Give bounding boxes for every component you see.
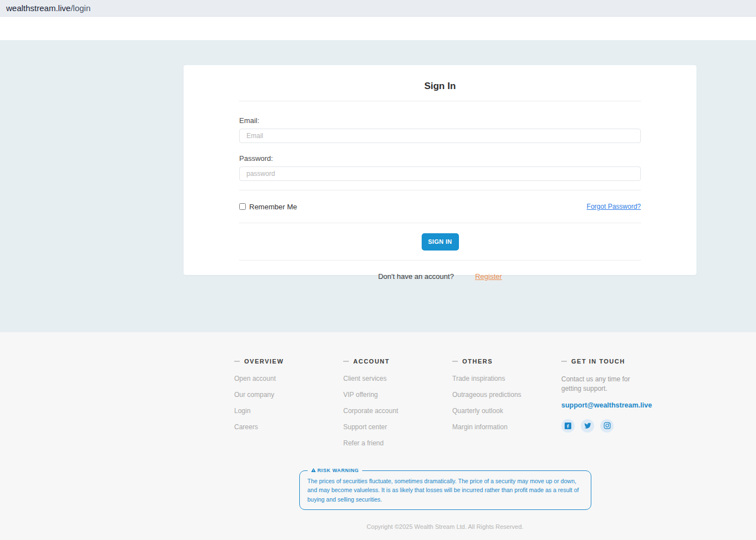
submit-row: SIGN IN [239,223,641,260]
risk-warning-text: The prices of securities fluctuate, some… [308,477,583,504]
password-label: Password: [239,154,641,163]
remember-me[interactable]: Remember Me [239,203,297,211]
footer-column-overview: OVERVIEWOpen accountOur companyLoginCare… [234,358,343,455]
copyright-text: Copyright ©2025 Wealth Stream Ltd. All R… [234,523,656,530]
risk-warning-title: RISK WARNING [318,468,359,473]
facebook-icon[interactable] [561,419,575,433]
remember-me-checkbox[interactable] [239,203,246,210]
footer: OVERVIEWOpen accountOur companyLoginCare… [0,332,756,540]
footer-heading-label: ACCOUNT [353,358,390,365]
signin-title: Sign In [239,81,641,92]
password-field[interactable] [239,166,641,181]
footer-heading-label: OVERVIEW [244,358,284,365]
forgot-password-link[interactable]: Forgot Password? [587,203,641,210]
email-label: Email: [239,116,641,125]
footer-link-trade-inspirations[interactable]: Trade inspirations [452,375,561,382]
main-area: Sign In Email: Password: Remember Me For… [0,40,756,332]
address-bar[interactable]: wealthstream.live/login [0,0,756,17]
risk-warning-legend: RISK WARNING [308,468,363,473]
contact-text: Contact us any time for getting support. [561,375,651,394]
footer-heading-label: GET IN TOUCH [571,358,625,365]
footer-link-support-center[interactable]: Support center [343,423,452,431]
warning-triangle-icon [311,468,316,473]
heading-dash-icon [452,361,458,362]
remember-row: Remember Me Forgot Password? [239,190,641,223]
no-account-text: Don't have an account? [378,272,454,281]
footer-link-outrageous-predictions[interactable]: Outrageous predictions [452,391,561,399]
footer-link-client-services[interactable]: Client services [343,375,452,382]
footer-link-vip-offering[interactable]: VIP offering [343,391,452,399]
social-links [561,419,656,433]
twitter-icon[interactable] [581,419,594,433]
url-path: /login [71,3,91,13]
footer-heading-account: ACCOUNT [343,358,452,365]
instagram-icon[interactable] [600,419,614,433]
footer-columns-row: OVERVIEWOpen accountOur companyLoginCare… [234,358,656,455]
footer-link-open-account[interactable]: Open account [234,375,343,382]
signin-card: Sign In Email: Password: Remember Me For… [184,65,696,275]
footer-inner: OVERVIEWOpen accountOur companyLoginCare… [234,358,656,530]
heading-dash-icon [234,361,240,362]
heading-dash-icon [561,361,567,362]
footer-heading-get-in-touch: GET IN TOUCH [561,358,656,365]
risk-warning-box: RISK WARNING The prices of securities fl… [299,468,591,510]
footer-column-others: OTHERSTrade inspirationsOutrageous predi… [452,358,561,455]
footer-link-margin-information[interactable]: Margin information [452,423,561,431]
divider [239,101,641,101]
register-row: Don't have an account? Register [239,261,641,292]
footer-link-careers[interactable]: Careers [234,423,343,431]
support-email-link[interactable]: support@wealthstream.live [561,401,652,409]
remember-me-label: Remember Me [249,203,297,211]
footer-link-our-company[interactable]: Our company [234,391,343,399]
footer-link-login[interactable]: Login [234,407,343,415]
sign-in-button[interactable]: SIGN IN [422,233,459,251]
heading-dash-icon [343,361,349,362]
footer-heading-overview: OVERVIEW [234,358,343,365]
footer-column-get-in-touch: GET IN TOUCH Contact us any time for get… [561,358,656,455]
footer-heading-label: OTHERS [462,358,493,365]
footer-link-quarterly-outlook[interactable]: Quarterly outlook [452,407,561,415]
email-field[interactable] [239,129,641,143]
footer-link-refer-a-friend[interactable]: Refer a friend [343,439,452,447]
footer-column-account: ACCOUNTClient servicesVIP offeringCorpor… [343,358,452,455]
page-header-strip [0,17,756,40]
register-link[interactable]: Register [475,272,502,281]
footer-heading-others: OTHERS [452,358,561,365]
footer-link-corporate-account[interactable]: Corporate account [343,407,452,415]
url-host: wealthstream.live [6,3,71,13]
